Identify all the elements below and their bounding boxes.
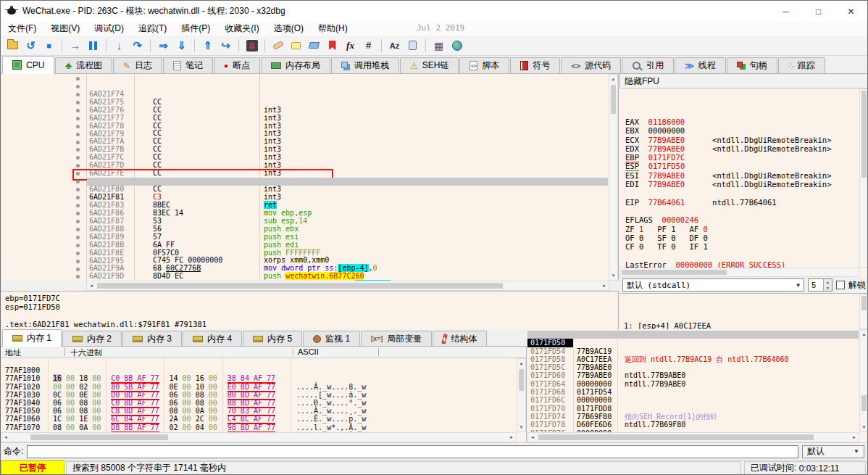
run-to-cursor-icon[interactable]: ⇒ [154,38,172,54]
breakpoint-dot[interactable] [76,101,80,104]
tab-dump-4[interactable]: 内存 4 [183,331,242,346]
tab-threads[interactable]: ≫线程 [675,57,726,73]
tab-handles[interactable]: 句柄 [727,57,777,73]
disasm-row[interactable]: 6AD21F7F CC int3 [1,162,608,170]
register-line[interactable]: CF 0 TF 0 IF 1 [625,242,859,251]
tab-script[interactable]: <>脚本 [459,57,509,73]
function-icon[interactable]: fx [341,38,359,54]
tab-trace[interactable]: ∴跟踪 [778,57,825,73]
register-line[interactable]: ESI 77B9ABE0 <ntdll.DbgUiRemoteBreakin> [625,171,859,180]
breakpoint-dot[interactable] [76,244,80,247]
calling-convention-select[interactable]: 默认 (stdcall) ▼ [622,278,804,292]
disasm-row[interactable]: 6AD21F87 56 push esi [1,202,608,210]
disasm-row[interactable]: 6AD21F80 C3 ret [1,170,608,178]
tab-references[interactable]: 引用 [622,57,674,73]
breakpoint-dot[interactable] [76,188,80,191]
execute-till-return-icon[interactable]: ⇑ [199,38,217,54]
breakpoint-dot[interactable] [76,236,80,239]
menu-file[interactable]: 文件(F) [1,22,43,35]
breakpoint-dot[interactable] [76,77,80,80]
tab-struct[interactable]: 结构体 [433,331,487,346]
disasm-row[interactable]: 6AD21F7E CC int3 [1,154,608,162]
tab-call-stack[interactable]: 调用堆栈 [331,57,399,73]
disasm-row[interactable]: 6AD21F81 8BEC mov ebp,esp [1,178,608,186]
memory-row[interactable]: 77AF1050 1C 00 1E 006C 84 AF 772A 00 2C … [1,399,516,407]
tab-locals[interactable]: [x=]局部变量 [361,331,432,346]
restart-icon[interactable]: ↺ [22,38,40,54]
register-line[interactable]: ESP 0171FD50 [625,162,859,170]
tab-graph[interactable]: ♣流程图 [55,57,112,73]
menu-options[interactable]: 选项(O) [267,22,311,35]
registers-vertical-scrollbar[interactable] [859,88,868,268]
disasm-horizontal-scrollbar[interactable]: ◄ ► [86,281,609,291]
step-over-icon[interactable]: ↷ [128,38,146,54]
stack-row[interactable]: 0171FD64 0171FD54 [527,371,859,379]
website-icon[interactable] [448,38,466,54]
disasm-row[interactable]: 6AD21F88 57 push edi [1,210,608,218]
register-list[interactable]: EAX 01186000EBX 00000000ECX 77B9ABE0 <nt… [619,88,859,268]
registers-horizontal-scrollbar[interactable] [619,268,859,277]
tab-seh-chain[interactable]: ⚠SEH链 [400,57,459,73]
breakpoint-dot[interactable] [76,204,80,207]
label-icon[interactable] [305,38,323,54]
register-line[interactable]: ECX 77B9ABE0 <ntdll.DbgUiRemoteBreakin> [625,136,859,144]
stack-row[interactable]: 0171FD70 77B69F80 ntdll.77B69F80 [527,396,859,404]
disasm-row[interactable]: 6AD21F89 6A FF push FFFFFFFF [1,218,608,226]
minimize-button[interactable]: ─ [769,1,802,22]
breakpoint-dot[interactable] [76,156,80,160]
memory-row[interactable]: 77AF1010 00 00 02 0080 5B AF 770E 00 10 … [1,366,516,374]
register-line[interactable] [625,251,859,260]
stack-row[interactable]: 0171FD6C 0171FDD8 指向SEH_Record[1]的指针 [527,388,859,396]
spin-up-icon[interactable]: ▲ [824,279,832,285]
disasm-row[interactable]: 6AD21F74 CC int3 [1,75,608,83]
register-line[interactable]: LastError 00000000 (ERROR_SUCCESS) [625,260,859,268]
disasm-row[interactable]: 6AD21F95 68 60C2776B push wechatwin.6B77… [1,241,608,249]
hash-icon[interactable]: # [359,38,377,54]
breakpoint-dot[interactable] [76,85,80,88]
disasm-row[interactable]: 6AD21F8B 0F57C0 xorps xmm0,xmm0 [1,226,608,234]
tab-watch-1[interactable]: 监视 1 [303,331,360,346]
command-input[interactable] [27,445,798,458]
disasm-row[interactable]: 6AD21F7B CC int3 [1,131,608,139]
breakpoint-dot[interactable] [76,172,80,175]
breakpoint-dot[interactable] [76,228,80,231]
command-profile-select[interactable]: 默认 ▼ [802,445,864,458]
remote-debug-icon[interactable] [404,38,422,54]
breakpoint-dot[interactable] [76,212,80,215]
memory-horizontal-scrollbar[interactable]: ◄ ► [1,432,517,442]
arguments-vertical-scrollbar[interactable] [859,294,868,329]
register-line[interactable]: EBX 00000000 [625,126,859,135]
stack-row[interactable]: 0171FD68 00000000 [527,380,859,388]
breakpoint-dot[interactable] [76,109,80,112]
register-line[interactable]: EAX 01186000 [625,117,859,126]
register-line[interactable]: ZF 1 PF 1 AF 0 [625,225,859,234]
disasm-vertical-scrollbar[interactable]: ▲ ▼ [609,74,618,281]
stack-row[interactable]: 0171FD78 00000000 [527,413,859,421]
step-out-icon[interactable]: ⇓ [172,38,191,54]
close-button[interactable]: ✕ [835,1,867,22]
run-icon[interactable]: → [66,38,84,54]
disasm-row[interactable]: 6AD21F7C CC int3 [1,139,608,146]
pause-icon[interactable] [84,38,102,54]
tab-symbols[interactable]: 符号 [510,57,560,73]
menu-debug[interactable]: 调试(D) [87,22,131,35]
breakpoint-dot[interactable] [76,141,80,144]
breakpoint-dot[interactable] [76,252,80,255]
disasm-row[interactable]: 6AD21F79 CC int3 [1,115,608,123]
memory-dump-panel[interactable]: 地址 十六进制 ASCII 77AF1000 16 00 18 00C0 8B … [1,347,527,442]
disasm-row[interactable]: 6AD21F78 CC int3 [1,107,608,115]
stack-row[interactable]: 0171FD60 00000000 [527,363,859,371]
tab-notes[interactable]: 笔记 [163,57,213,73]
register-line[interactable]: EDI 77B9ABE0 <ntdll.DbgUiRemoteBreakin> [625,180,859,189]
register-line[interactable] [625,207,859,215]
stack-row[interactable]: 0171FD58 77B9ABE0 ntdll.77B9ABE0 [527,347,859,355]
stack-vertical-scrollbar[interactable]: ▲ ▼ [859,329,868,432]
open-file-icon[interactable] [4,38,22,54]
memory-row[interactable]: 77AF1030 06 00 08 00C0 8D AF 7706 00 08 … [1,383,516,391]
breakpoint-dot[interactable] [76,268,80,271]
menu-help[interactable]: 帮助(H) [311,22,355,35]
disasm-row[interactable]: 6AD21F77 CC int3 [1,99,608,107]
disasm-row[interactable]: 6AD21F9D 0F1145 EC movups xmmword ptr ss… [1,257,608,265]
menu-plugins[interactable]: 插件(P) [174,22,217,35]
stack-horizontal-scrollbar[interactable]: ◄ ► [527,432,859,442]
